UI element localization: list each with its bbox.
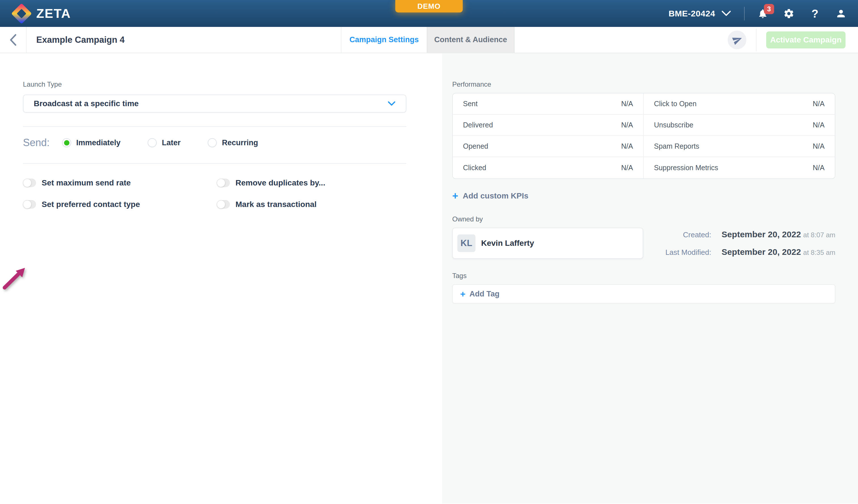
divider bbox=[23, 126, 406, 127]
add-tag-box[interactable]: + Add Tag bbox=[452, 284, 835, 304]
header-divider bbox=[756, 29, 757, 51]
logo-text: ZETA bbox=[36, 6, 71, 21]
campaign-tabs: Campaign Settings Content & Audience bbox=[341, 27, 514, 53]
paper-plane-icon bbox=[731, 33, 744, 46]
launch-type-select[interactable]: Broadcast at a specific time bbox=[23, 95, 406, 113]
last-modified-time: at 8:35 am bbox=[803, 249, 835, 256]
radio-circle bbox=[208, 138, 217, 147]
plus-icon: + bbox=[452, 191, 458, 201]
metric-opened: Opened N/A bbox=[453, 136, 644, 157]
toggle-knob bbox=[217, 179, 225, 187]
send-toggles: Set maximum send rate Remove duplicates … bbox=[23, 178, 442, 209]
toggle-switch-off[interactable] bbox=[217, 179, 230, 187]
header-actions: Activate Campaign bbox=[728, 27, 845, 53]
launch-type-label: Launch Type bbox=[23, 80, 442, 88]
owner-card[interactable]: KL Kevin Lafferty bbox=[452, 228, 643, 259]
notifications-button[interactable]: 3 bbox=[757, 8, 768, 19]
divider bbox=[23, 163, 406, 164]
owner-name: Kevin Lafferty bbox=[481, 239, 534, 248]
help-button[interactable]: ? bbox=[809, 8, 821, 19]
radio-later[interactable]: Later bbox=[148, 138, 180, 147]
annotation-arrow bbox=[1, 263, 30, 291]
tags-section-label: Tags bbox=[452, 272, 835, 280]
tab-content-audience[interactable]: Content & Audience bbox=[427, 27, 514, 53]
toggle-mark-as-transactional[interactable]: Mark as transactional bbox=[217, 200, 442, 209]
zeta-diamond-icon bbox=[11, 3, 32, 24]
navbar-right-cluster: BME-20424 3 ? bbox=[668, 0, 847, 27]
launch-type-value: Broadcast at a specific time bbox=[34, 99, 139, 108]
toggle-knob bbox=[217, 200, 225, 208]
send-options-row: Send: Immediately Later Recurring bbox=[23, 134, 442, 152]
campaign-summary-panel: Performance Sent N/A Delivered N/A Opene… bbox=[442, 53, 858, 503]
radio-dot bbox=[64, 140, 69, 146]
created-row: Created: September 20, 2022at 8:07 am bbox=[643, 230, 835, 239]
metric-click-to-open: Click to Open N/A bbox=[644, 94, 835, 115]
question-mark-icon: ? bbox=[812, 8, 818, 19]
owned-by-label: Owned by bbox=[452, 215, 835, 223]
performance-card: Sent N/A Delivered N/A Opened N/A Clicke… bbox=[452, 93, 835, 179]
owner-avatar: KL bbox=[457, 234, 475, 252]
plus-icon: + bbox=[460, 289, 465, 298]
gear-icon bbox=[783, 8, 795, 19]
campaign-header: Example Campaign 4 Campaign Settings Con… bbox=[0, 27, 858, 53]
radio-circle bbox=[148, 138, 157, 147]
account-switcher[interactable]: BME-20424 bbox=[668, 9, 731, 18]
last-modified-date: September 20, 2022 bbox=[721, 247, 801, 257]
last-modified-row: Last Modified: September 20, 2022at 8:35… bbox=[643, 247, 835, 257]
metric-suppression-metrics: Suppression Metrics N/A bbox=[644, 157, 835, 178]
metric-clicked: Clicked N/A bbox=[453, 157, 644, 178]
account-id: BME-20424 bbox=[668, 9, 715, 18]
navbar-divider bbox=[744, 7, 745, 20]
back-button[interactable] bbox=[0, 27, 27, 53]
created-date: September 20, 2022 bbox=[721, 230, 801, 239]
radio-immediately[interactable]: Immediately bbox=[62, 138, 121, 147]
created-label: Created: bbox=[643, 230, 711, 239]
campaign-meta: Created: September 20, 2022at 8:07 am La… bbox=[643, 228, 835, 259]
toggle-remove-duplicates[interactable]: Remove duplicates by... bbox=[217, 178, 442, 188]
page-title: Example Campaign 4 bbox=[36, 35, 125, 45]
metric-delivered: Delivered N/A bbox=[453, 115, 644, 136]
radio-circle-selected bbox=[62, 138, 71, 147]
toggle-switch-off[interactable] bbox=[23, 200, 36, 209]
tab-campaign-settings[interactable]: Campaign Settings bbox=[341, 27, 427, 53]
metric-sent: Sent N/A bbox=[453, 94, 644, 115]
send-test-button[interactable] bbox=[728, 31, 746, 49]
metric-spam-reports: Spam Reports N/A bbox=[644, 136, 835, 157]
radio-recurring[interactable]: Recurring bbox=[208, 138, 258, 147]
send-label: Send: bbox=[23, 137, 50, 149]
toggle-knob bbox=[23, 200, 31, 208]
add-custom-kpis-link[interactable]: + Add custom KPIs bbox=[452, 191, 835, 201]
activate-campaign-button[interactable]: Activate Campaign bbox=[766, 31, 845, 48]
toggle-set-maximum-send-rate[interactable]: Set maximum send rate bbox=[23, 178, 217, 188]
top-navbar: ZETA DEMO BME-20424 3 ? bbox=[0, 0, 858, 27]
created-time: at 8:07 am bbox=[803, 231, 835, 239]
user-menu-button[interactable] bbox=[835, 8, 847, 19]
metric-unsubscribe: Unsubscribe N/A bbox=[644, 115, 835, 136]
demo-badge: DEMO bbox=[395, 0, 463, 13]
chevron-down-icon bbox=[721, 11, 731, 17]
notification-count-badge: 3 bbox=[764, 4, 774, 14]
person-icon bbox=[835, 8, 847, 19]
toggle-switch-off[interactable] bbox=[217, 200, 230, 209]
add-tag-label: Add Tag bbox=[470, 290, 499, 298]
last-modified-label: Last Modified: bbox=[643, 248, 711, 257]
toggle-switch-off[interactable] bbox=[23, 179, 36, 187]
chevron-down-icon bbox=[387, 101, 396, 106]
performance-section-label: Performance bbox=[452, 80, 835, 88]
campaign-settings-panel: Launch Type Broadcast at a specific time… bbox=[0, 53, 442, 503]
chevron-left-icon bbox=[9, 34, 17, 46]
zeta-logo[interactable]: ZETA bbox=[14, 6, 71, 21]
toggle-set-preferred-contact-type[interactable]: Set preferred contact type bbox=[23, 200, 217, 209]
settings-button[interactable] bbox=[783, 8, 795, 19]
toggle-knob bbox=[23, 179, 31, 187]
